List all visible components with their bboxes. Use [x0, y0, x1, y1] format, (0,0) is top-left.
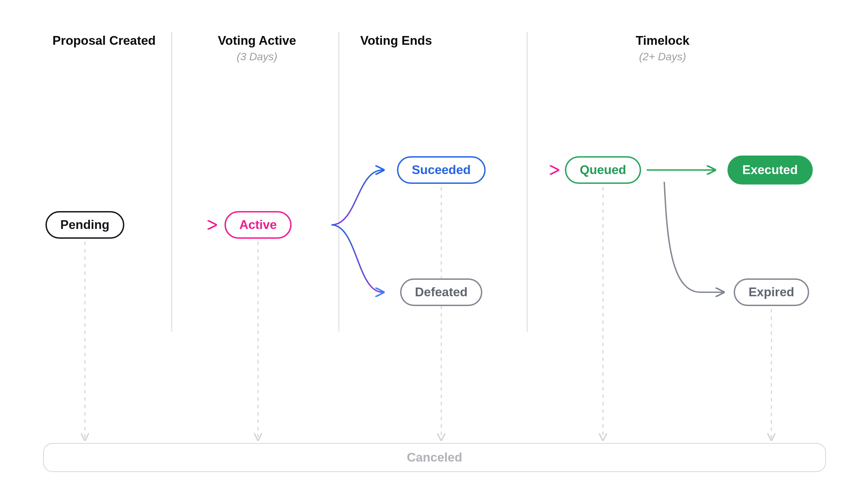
- node-pending: Pending: [45, 211, 124, 239]
- diagram-svg: [0, 0, 865, 504]
- column-subtitle-timelock: (2+ Days): [639, 50, 686, 63]
- node-expired: Expired: [734, 279, 809, 306]
- column-title-voting-active: Voting Active: [218, 34, 296, 48]
- proposal-state-diagram: Proposal Created Voting Active (3 Days) …: [0, 0, 865, 504]
- column-subtitle-voting-active: (3 Days): [237, 50, 278, 63]
- column-title-timelock: Timelock: [636, 34, 690, 48]
- node-active: Active: [224, 211, 291, 239]
- node-succeeded: Suceeded: [397, 156, 486, 184]
- node-executed: Executed: [728, 155, 813, 185]
- edge-queued-expired: [664, 182, 723, 292]
- node-canceled: Canceled: [43, 443, 826, 472]
- column-title-voting-ends: Voting Ends: [360, 34, 432, 48]
- node-queued: Queued: [565, 156, 641, 184]
- node-defeated: Defeated: [400, 279, 482, 306]
- column-title-proposal-created: Proposal Created: [53, 34, 155, 48]
